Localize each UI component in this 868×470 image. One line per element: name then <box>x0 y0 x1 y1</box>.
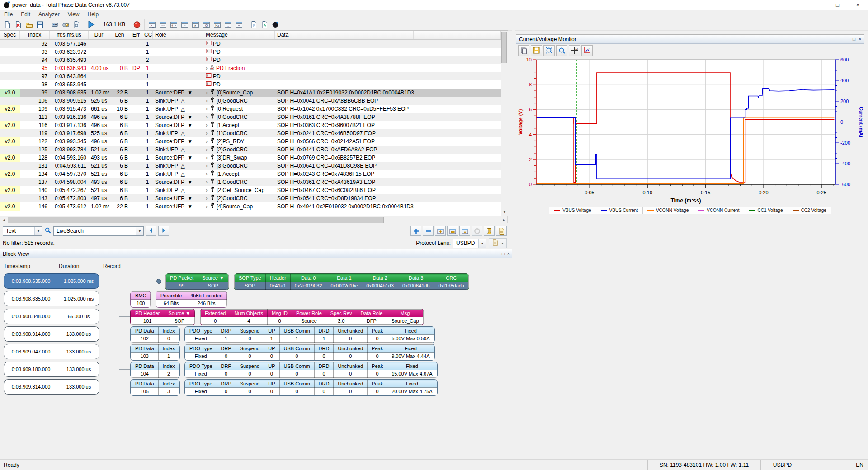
view-expand-button[interactable]: ↔ <box>222 19 233 29</box>
table-row[interactable]: v2.01160:03.917.136496 us6 B1Source:DFP▼… <box>0 121 507 129</box>
column-header-dur[interactable]: Dur <box>89 31 109 39</box>
axis-config-button[interactable]: ? <box>581 45 593 56</box>
device-settings-button[interactable] <box>60 19 71 29</box>
table-row[interactable]: v2.01340:04.597.370521 us6 B1Sink:UFP△›[… <box>0 170 507 178</box>
panel-float-icon[interactable]: □ <box>502 251 505 256</box>
save-file-button[interactable] <box>34 19 45 29</box>
block-group[interactable]: SOP TypeHeaderData 0Data 1Data 2Data 3CR… <box>234 273 469 290</box>
crosshair-values-button[interactable]: 123 <box>569 45 580 56</box>
device-connect-button[interactable] <box>49 19 60 29</box>
column-header-len[interactable]: Len <box>109 31 130 39</box>
view-breakout-button[interactable]: ┤├ <box>168 19 179 29</box>
table-row[interactable]: 920:03.577.1461PD <box>0 40 507 48</box>
vertical-scroll-thumb[interactable] <box>501 32 507 63</box>
view-commandline-button[interactable]: >_ <box>146 19 157 29</box>
block-group[interactable]: PD DataIndex1053 <box>130 379 180 396</box>
zoom-fit-button[interactable] <box>543 45 555 56</box>
chevron-down-icon[interactable]: ▼ <box>136 227 143 235</box>
remove-filter-button[interactable] <box>423 226 434 236</box>
menu-analyzer[interactable]: Analyzer <box>34 10 64 19</box>
block-group[interactable]: ExtendedNum ObjectsMsg IDPower RoleSpec … <box>200 309 424 325</box>
move-top-button[interactable] <box>435 226 446 236</box>
close-capture-button[interactable] <box>13 19 24 29</box>
capture-record-button[interactable] <box>132 19 142 29</box>
search-prev-button[interactable] <box>146 226 156 236</box>
block-timestamp-box[interactable]: 0:03.909.047.000133.000 us <box>4 344 99 359</box>
block-timestamp-box[interactable]: 0:03.908.635.0001.025.000 ms <box>4 291 99 306</box>
filter-pending-button[interactable] <box>484 226 495 236</box>
column-header-spec[interactable]: Spec <box>0 31 20 39</box>
column-header-index[interactable]: Index <box>20 31 50 39</box>
scroll-right-icon[interactable]: ▸ <box>500 216 507 223</box>
export-data-button[interactable] <box>259 19 270 29</box>
block-group[interactable]: PD DataIndex1031 <box>130 344 180 361</box>
table-row[interactable]: 950:03.636.9434.00 us0 BDP1›PD Fraction <box>0 64 507 72</box>
capture-run-button[interactable] <box>86 19 97 29</box>
add-filter-button[interactable] <box>410 226 421 236</box>
column-header-data[interactable]: Data <box>275 31 414 39</box>
zoom-window-button[interactable] <box>556 45 567 56</box>
open-file-button[interactable] <box>24 19 34 29</box>
export-doc-button[interactable] <box>248 19 259 29</box>
block-group[interactable]: PD DataIndex1020 <box>130 326 180 343</box>
maximize-button[interactable]: □ <box>827 0 848 10</box>
menu-view[interactable]: View <box>64 10 84 19</box>
menu-file[interactable]: File <box>0 10 17 19</box>
totalphase-logo-button[interactable] <box>270 19 281 29</box>
table-row[interactable]: 970:03.643.8641PD <box>0 72 507 80</box>
view-realtime-button[interactable]: ▸ <box>190 19 201 29</box>
table-row[interactable]: 940:03.635.4932PD <box>0 56 507 64</box>
close-button[interactable]: × <box>848 0 868 10</box>
panel-close-icon[interactable]: × <box>507 251 510 256</box>
column-header-role[interactable]: Role <box>153 31 203 39</box>
record-marker-button[interactable] <box>472 226 482 236</box>
panel-close-icon[interactable]: × <box>859 37 861 42</box>
table-horizontal-scrollbar[interactable]: ◂ ▸ <box>0 216 508 223</box>
new-capture-button[interactable] <box>2 19 13 29</box>
pane-splitter[interactable] <box>512 30 515 459</box>
view-frequency-button[interactable]: Hz <box>212 19 222 29</box>
block-group[interactable]: PDO TypeDRPSuspendUPUSB CommDRDUnchunked… <box>184 362 438 378</box>
search-input[interactable]: LiveSearch ▼ <box>53 226 144 236</box>
search-next-button[interactable] <box>158 226 169 236</box>
block-timestamp-box[interactable]: 0:03.908.635.0001.025.000 ms <box>4 273 99 289</box>
capture-settings-button[interactable] <box>71 19 82 29</box>
block-timestamp-box[interactable]: 0:03.908.914.000133.000 us <box>4 326 99 342</box>
block-group[interactable]: PDO TypeDRPSuspendUPUSB CommDRDUnchunked… <box>184 326 435 343</box>
block-group[interactable]: Preamble4b5b Encoded64 Bits246 Bits <box>156 291 227 308</box>
table-row[interactable]: 1060:03.909.515525 us6 B1Sink:UFP△›[0]Go… <box>0 97 507 105</box>
column-header-err[interactable]: Err <box>130 31 142 39</box>
block-group[interactable]: BMC100 <box>130 291 151 308</box>
block-group[interactable]: PD DataIndex1042 <box>130 362 180 378</box>
block-group[interactable]: PD HeaderSource ▼101SOP <box>130 309 195 325</box>
table-row[interactable]: v2.01400:05.472.267521 us6 B1Sink:DFP△›[… <box>0 186 507 194</box>
minimize-button[interactable]: – <box>807 0 827 10</box>
block-timestamp-box[interactable]: 0:03.909.314.000133.000 us <box>4 379 99 395</box>
table-row[interactable]: 1310:04.593.611521 us6 B1Sink:UFP△›[3]Go… <box>0 162 507 170</box>
view-bus-button[interactable]: ≡≡ <box>157 19 168 29</box>
table-row[interactable]: v2.01090:03.915.473661 us10 B1Sink:UFP△›… <box>0 105 507 113</box>
export-records-button[interactable] <box>496 226 507 236</box>
block-group[interactable]: PD PacketSource ▼99SOP <box>165 273 229 290</box>
chevron-down-icon[interactable]: ▼ <box>478 239 486 248</box>
panel-float-icon[interactable]: □ <box>853 37 855 42</box>
protocol-lens-dropdown[interactable]: USBPD ▼ <box>453 239 486 248</box>
block-timestamp-box[interactable]: 0:03.909.180.000133.000 us <box>4 362 99 377</box>
save-chart-button[interactable] <box>531 45 542 56</box>
chevron-down-icon[interactable]: ▼ <box>34 227 42 235</box>
scroll-left-icon[interactable]: ◂ <box>0 216 7 223</box>
block-timestamp-box[interactable]: 0:03.908.848.00066.000 us <box>4 309 99 324</box>
copy-chart-button[interactable] <box>518 45 529 56</box>
scroll-down-icon[interactable]: ▼ <box>501 209 508 216</box>
table-row[interactable]: 930:03.623.9721PD <box>0 48 507 56</box>
menu-edit[interactable]: Edit <box>17 10 34 19</box>
column-header-message[interactable]: Message <box>203 31 275 39</box>
table-row[interactable]: 980:03.653.9451PD <box>0 80 507 89</box>
view-details-button[interactable]: ≡ <box>179 19 190 29</box>
table-row[interactable]: 1130:03.916.136496 us6 B1Source:DFP▼›[0]… <box>0 113 507 121</box>
table-row[interactable]: v2.01460:05.473.6121.02 ms22 B1Source:UF… <box>0 202 507 211</box>
table-row[interactable]: v2.01220:03.993.345496 us6 B1Source:DFP▼… <box>0 137 507 146</box>
table-row[interactable]: 1250:03.993.784521 us6 B1Sink:UFP△›[2]Go… <box>0 146 507 154</box>
move-middle-button[interactable] <box>447 226 458 236</box>
menu-help[interactable]: Help <box>84 10 103 19</box>
